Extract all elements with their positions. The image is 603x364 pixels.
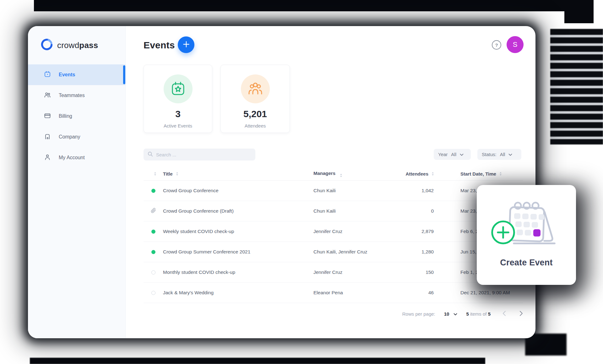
avatar[interactable]: S: [507, 36, 524, 53]
column-header-attendees[interactable]: Attendees: [401, 171, 434, 177]
shadow-artifact: [34, 0, 594, 11]
brand-name: crowdpass: [57, 41, 98, 50]
event-managers: Chun Kaili: [313, 188, 401, 193]
page-title: Events: [144, 40, 175, 51]
credit-card-icon: [44, 112, 51, 120]
table-row[interactable]: Crowd Group Conference Chun Kaili 1,042 …: [144, 181, 523, 201]
sidebar-item-label: Company: [59, 134, 80, 140]
event-title: Monthly student COVID check-up: [163, 269, 313, 275]
help-button[interactable]: ?: [492, 40, 501, 50]
sort-icon: [500, 172, 502, 176]
sidebar-item-my-account[interactable]: My Account: [28, 147, 125, 168]
create-event-card[interactable]: Create Event: [477, 185, 576, 285]
shadow-artifact: [564, 0, 594, 23]
event-attendees: 150: [401, 269, 434, 275]
status-filter[interactable]: Status: All: [477, 149, 521, 160]
next-page-button[interactable]: [519, 311, 523, 317]
sidebar-item-label: My Account: [59, 155, 85, 160]
sidebar-item-billing[interactable]: Billing: [28, 106, 125, 127]
add-event-button[interactable]: [178, 36, 194, 53]
column-header-status[interactable]: [144, 172, 163, 176]
stat-label: Attendees: [221, 123, 290, 128]
search-input[interactable]: [156, 152, 251, 157]
stat-value: 5,201: [221, 109, 290, 119]
people-group-icon: [241, 74, 270, 103]
table-row[interactable]: Jack & Mary's Wedding Eleanor Pena 46 De…: [144, 283, 523, 303]
crowdpass-ring-logo-icon: [41, 39, 53, 52]
event-title: Crowd Group Conference: [163, 188, 313, 193]
table-row[interactable]: Monthly student COVID check-up Jennifer …: [144, 262, 523, 283]
table-row[interactable]: Weekly student COVID check-up Jennifer C…: [144, 221, 523, 242]
event-managers: Jennifer Cruz: [313, 269, 401, 275]
previous-page-button[interactable]: [503, 311, 506, 317]
status-dot: [151, 230, 155, 234]
calendar-star-icon: [164, 74, 193, 103]
stat-label: Active Events: [144, 123, 212, 128]
sidebar-item-label: Teammates: [59, 93, 85, 98]
filter-value: All: [500, 152, 505, 157]
event-status-cell: [144, 270, 163, 274]
shadow-artifact: [550, 29, 603, 144]
items-count: 5 items of 5: [466, 311, 491, 317]
chevron-down-icon: [454, 311, 457, 317]
event-title: Crowd Group Summer Conference 2021: [163, 249, 313, 255]
sort-icon: [176, 172, 178, 176]
table-footer: Rows per page: 10 5 items of 5: [144, 307, 523, 321]
event-title: Weekly student COVID check-up: [163, 229, 313, 234]
column-header-managers[interactable]: Managers: [313, 171, 401, 177]
user-icon: [44, 154, 51, 162]
users-icon: [44, 91, 51, 100]
app-window: crowdpass Events: [28, 26, 535, 338]
event-attendees: 46: [401, 290, 434, 296]
active-indicator-bar: [123, 65, 125, 84]
event-status-cell: [144, 291, 163, 295]
event-title: Jack & Mary's Wedding: [163, 290, 313, 296]
event-attendees: 1,280: [401, 249, 434, 255]
event-managers: Eleanor Pena: [313, 290, 401, 296]
status-dot: [151, 291, 155, 295]
event-managers: Jennifer Cruz: [313, 229, 401, 234]
chevron-right-icon: [519, 311, 523, 317]
sidebar-item-teammates[interactable]: Teammates: [28, 85, 125, 106]
rows-per-page-select[interactable]: 10: [444, 311, 458, 317]
brand-logo: crowdpass: [41, 39, 98, 52]
chevron-down-icon: [460, 152, 464, 157]
year-filter[interactable]: Year All: [434, 149, 471, 160]
table-body: Crowd Group Conference Chun Kaili 1,042 …: [144, 181, 523, 303]
column-header-start-date[interactable]: Start Date, Time: [434, 171, 523, 177]
filter-value: All: [451, 152, 456, 157]
filter-label: Year: [438, 152, 448, 157]
chevron-down-icon: [508, 152, 512, 157]
event-title: Crowd Group Conference (Draft): [163, 208, 313, 214]
column-header-title[interactable]: Title: [163, 171, 313, 177]
sort-icon: [154, 172, 156, 176]
sidebar: crowdpass Events: [28, 26, 126, 338]
event-status-cell: [144, 189, 163, 193]
building-icon: [44, 133, 51, 141]
events-table: Title Managers Attendees Start Date, Tim…: [144, 167, 523, 303]
chevron-left-icon: [503, 311, 506, 317]
event-status-cell: [144, 208, 163, 215]
status-dot: [151, 270, 155, 274]
stat-card-attendees: 5,201 Attendees: [220, 65, 290, 133]
event-attendees: 1,042: [401, 188, 434, 193]
sidebar-item-company[interactable]: Company: [28, 127, 125, 147]
event-status-cell: [144, 250, 163, 254]
table-row[interactable]: Crowd Group Summer Conference 2021 Chun …: [144, 242, 523, 262]
stat-value: 3: [144, 109, 212, 119]
event-start-date: Dec 21, 2021, 9:00 AM: [434, 290, 523, 296]
paperclip-icon: [151, 208, 156, 215]
sidebar-item-label: Billing: [59, 113, 72, 119]
shadow-artifact: [525, 334, 567, 356]
event-status-cell: [144, 230, 163, 234]
create-event-label: Create Event: [477, 258, 576, 268]
event-managers: Chun Kaili: [313, 208, 401, 214]
status-dot: [151, 189, 155, 193]
rows-per-page-label: Rows per page:: [402, 311, 435, 317]
create-event-calendar-icon: [490, 198, 562, 246]
sidebar-item-label: Events: [59, 72, 75, 78]
sidebar-item-events[interactable]: Events: [28, 64, 125, 85]
sort-icon: [340, 174, 342, 177]
table-row[interactable]: Crowd Group Conference (Draft) Chun Kail…: [144, 201, 523, 221]
plus-icon: [183, 41, 190, 49]
